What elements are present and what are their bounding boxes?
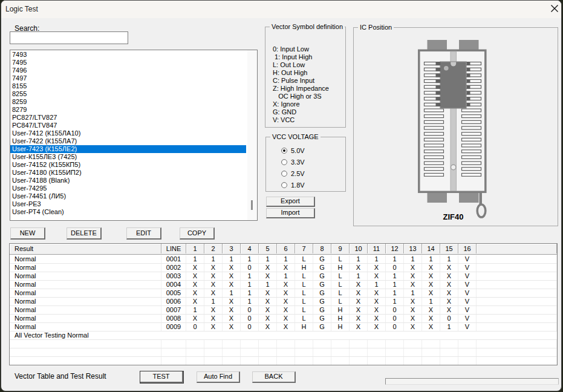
svg-text:ZIF40: ZIF40 <box>443 212 464 221</box>
